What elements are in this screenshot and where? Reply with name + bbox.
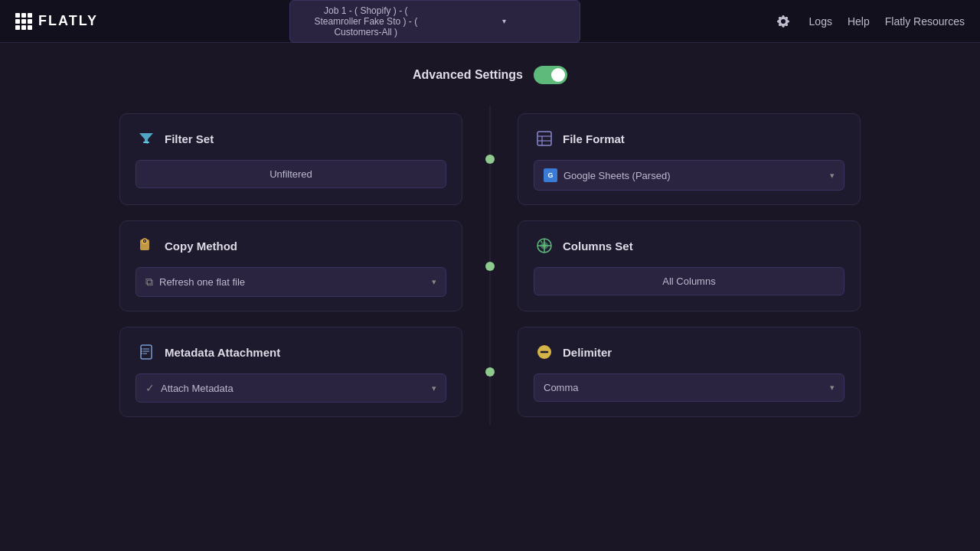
main-content: Advanced Settings Filter Set Unfiltered [0,43,980,440]
chevron-down-icon: ▾ [438,17,570,25]
header: FLATLY Job 1 - ( Shopify ) - ( Steamroll… [0,0,980,43]
copy-method-title: Copy Method [165,240,237,253]
filter-set-title: Filter Set [165,132,214,145]
resources-button[interactable]: Flatly Resources [885,15,965,28]
file-format-icon [534,128,555,149]
delimiter-card: Delimiter Comma ▾ [518,327,861,417]
columns-set-value: All Columns [534,267,844,295]
copy-method-value: Refresh one flat file [159,276,245,288]
job-selector[interactable]: Job 1 - ( Shopify ) - ( Steamroller Fake… [289,0,580,43]
svg-point-20 [141,353,142,354]
columns-set-header: Columns Set [534,235,844,256]
filter-set-header: Filter Set [136,128,446,149]
help-button[interactable]: Help [848,15,870,28]
metadata-title: Metadata Attachment [165,346,280,359]
delimiter-icon [534,341,555,363]
google-sheets-icon: G [544,168,557,182]
logo-icon [15,13,32,30]
delimiter-title: Delimiter [563,346,612,359]
chevron-down-icon: ▾ [830,171,835,181]
columns-set-icon [534,235,555,256]
svg-rect-1 [537,132,551,145]
file-format-header: File Format [534,128,844,149]
header-right: Logs Help Flatly Resources [773,11,965,32]
center-line-3 [475,319,505,425]
svg-point-7 [144,240,145,242]
copy-method-card: Copy Method ⧉ Refresh one flat file ▾ [119,220,462,311]
center-line-2 [475,213,505,319]
settings-grid: Filter Set Unfiltered Fil [107,106,873,425]
copy-method-header: Copy Method [136,235,446,256]
connector-dot-1 [485,155,495,164]
check-icon: ✓ [145,382,155,394]
svg-rect-14 [141,345,152,359]
file-format-select[interactable]: G Google Sheets (Parsed) ▾ [534,160,844,191]
logo-area: FLATLY [15,13,98,30]
file-format-title: File Format [563,132,625,145]
advanced-settings-label: Advanced Settings [413,68,523,82]
columns-set-title: Columns Set [563,240,633,253]
delimiter-header: Delimiter [534,341,844,363]
chevron-down-icon: ▾ [432,277,436,287]
logo-text: FLATLY [38,13,98,29]
metadata-header: Metadata Attachment [136,341,446,363]
copy-method-icon [136,235,157,256]
connector-dot-2 [485,262,495,271]
advanced-settings-bar: Advanced Settings [413,66,567,84]
svg-point-18 [141,348,142,350]
advanced-settings-toggle[interactable] [534,66,567,84]
svg-point-19 [141,350,142,352]
metadata-value: Attach Metadata [161,383,234,394]
chevron-down-icon: ▾ [432,383,436,393]
filter-set-value: Unfiltered [136,160,446,188]
connector-dot-3 [485,367,495,377]
svg-rect-0 [143,142,149,143]
metadata-select[interactable]: ✓ Attach Metadata ▾ [136,373,446,403]
chevron-down-icon: ▾ [830,383,835,393]
filter-icon [136,128,157,149]
job-selector-text: Job 1 - ( Shopify ) - ( Steamroller Fake… [299,5,432,37]
delimiter-select[interactable]: Comma ▾ [534,373,844,402]
filter-set-card: Filter Set Unfiltered [119,113,462,205]
copy-method-select[interactable]: ⧉ Refresh one flat file ▾ [136,267,446,297]
gear-icon [776,14,791,29]
file-format-card: File Format G Google Sheets (Parsed) ▾ [518,113,861,205]
logs-button[interactable]: Logs [809,15,832,28]
metadata-icon [136,341,157,363]
file-format-value: Google Sheets (Parsed) [564,170,670,181]
center-line-1 [475,106,505,213]
settings-button[interactable] [773,11,794,32]
columns-set-card: Columns Set All Columns [518,220,861,311]
delimiter-value: Comma [544,382,579,393]
metadata-attachment-card: Metadata Attachment ✓ Attach Metadata ▾ [119,327,462,417]
svg-point-12 [543,244,546,247]
copy-icon: ⧉ [145,276,153,289]
